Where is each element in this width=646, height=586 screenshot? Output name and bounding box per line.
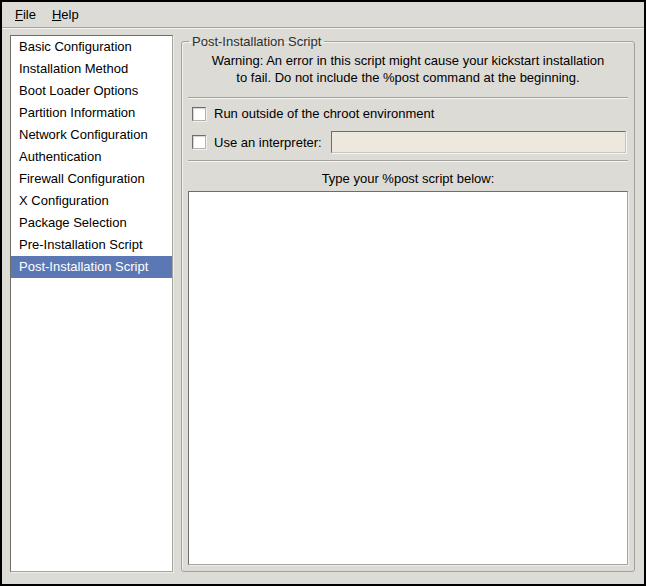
chroot-checkbox-label: Run outside of the chroot environment <box>214 106 434 121</box>
interpreter-entry <box>331 131 626 153</box>
chroot-checkbox-row[interactable]: Run outside of the chroot environment <box>188 101 628 126</box>
menu-help[interactable]: Help <box>44 4 87 25</box>
chroot-checkbox[interactable] <box>192 107 206 121</box>
sidebar-item-basic-configuration[interactable]: Basic Configuration <box>11 36 172 58</box>
warning-line-1: Warning: An error in this script might c… <box>194 52 622 69</box>
warning-text: Warning: An error in this script might c… <box>188 49 628 95</box>
menu-file[interactable]: File <box>7 4 44 25</box>
separator <box>188 97 628 99</box>
post-installation-script-frame: Post-Installation Script Warning: An err… <box>181 34 635 572</box>
sidebar-item-firewall-configuration[interactable]: Firewall Configuration <box>11 168 172 190</box>
menu-file-label: F <box>15 7 23 22</box>
menu-bar: File Help <box>2 2 644 28</box>
sidebar-item-pre-installation-script[interactable]: Pre-Installation Script <box>11 234 172 256</box>
sidebar-list: Basic Configuration Installation Method … <box>10 35 173 572</box>
sidebar-item-boot-loader-options[interactable]: Boot Loader Options <box>11 80 172 102</box>
script-area-label: Type your %post script below: <box>188 164 628 191</box>
warning-line-2: to fail. Do not include the %post comman… <box>194 69 622 86</box>
interpreter-checkbox-row[interactable]: Use an interpreter: <box>188 126 628 158</box>
frame-title: Post-Installation Script <box>189 34 324 49</box>
sidebar-item-network-configuration[interactable]: Network Configuration <box>11 124 172 146</box>
sidebar-item-x-configuration[interactable]: X Configuration <box>11 190 172 212</box>
main-content: Basic Configuration Installation Method … <box>2 28 644 584</box>
menu-help-label: H <box>52 7 61 22</box>
separator <box>188 160 628 162</box>
kickstart-configurator-window: File Help Basic Configuration Installati… <box>0 0 646 586</box>
sidebar-item-installation-method[interactable]: Installation Method <box>11 58 172 80</box>
sidebar-item-post-installation-script[interactable]: Post-Installation Script <box>11 256 172 278</box>
sidebar-item-package-selection[interactable]: Package Selection <box>11 212 172 234</box>
sidebar-item-authentication[interactable]: Authentication <box>11 146 172 168</box>
sidebar-item-partition-information[interactable]: Partition Information <box>11 102 172 124</box>
interpreter-checkbox-label: Use an interpreter: <box>214 135 322 150</box>
post-script-textarea[interactable] <box>188 191 628 565</box>
interpreter-checkbox[interactable] <box>192 135 206 149</box>
